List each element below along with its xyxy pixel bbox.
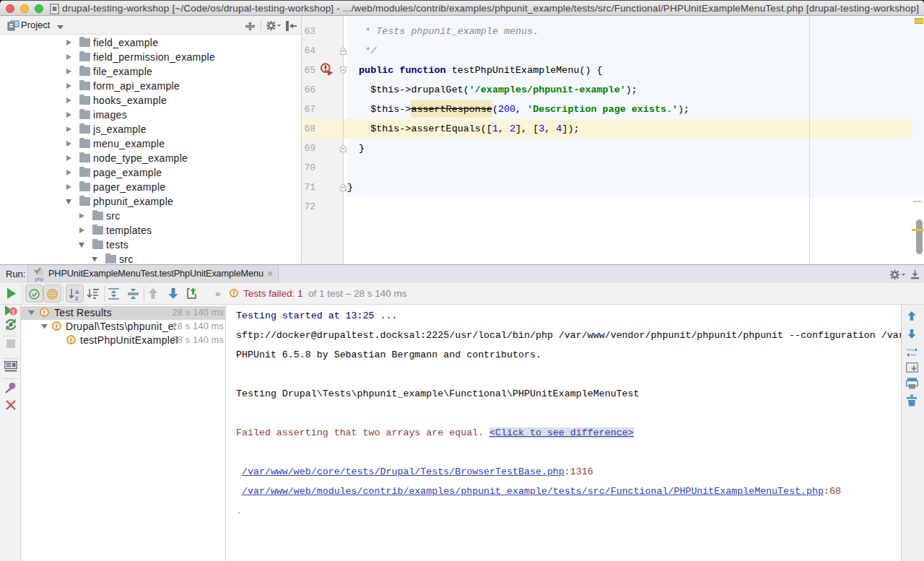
svg-text:!: ! bbox=[12, 308, 14, 316]
svg-text:php: php bbox=[35, 277, 44, 282]
svg-text:z: z bbox=[75, 295, 79, 302]
